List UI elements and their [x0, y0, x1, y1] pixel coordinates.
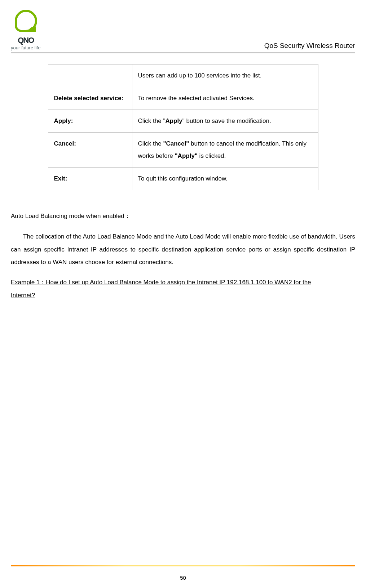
brand-logo: QNO your future life	[11, 10, 40, 50]
def-label: Cancel:	[48, 133, 132, 168]
text-span: " button to save the modification.	[182, 117, 271, 124]
def-desc: Click the "Cancel" button to cancel the …	[132, 133, 318, 168]
def-desc: To remove the selected activated Service…	[132, 87, 318, 110]
def-label: Exit:	[48, 168, 132, 190]
def-desc: Click the "Apply" button to save the mod…	[132, 110, 318, 133]
bold-span: Apply	[165, 117, 182, 124]
bold-span: "Cancel"	[163, 140, 189, 147]
def-desc: To quit this configuration window.	[132, 168, 318, 190]
footer-divider	[11, 565, 355, 566]
example-line: Internet?	[11, 292, 35, 299]
def-label	[48, 64, 132, 87]
table-row: Cancel: Click the "Cancel" button to can…	[48, 133, 318, 168]
table-row: Apply: Click the "Apply" button to save …	[48, 110, 318, 133]
definitions-table: Users can add up to 100 services into th…	[48, 64, 318, 190]
example-line: Example 1：How do I set up Auto Load Bala…	[11, 279, 311, 286]
brand-tagline: your future life	[11, 45, 40, 50]
page-container: QNO your future life QoS Security Wirele…	[0, 0, 366, 588]
page-header: QNO your future life QoS Security Wirele…	[11, 0, 355, 53]
logo-q-icon	[11, 10, 40, 35]
def-label: Apply:	[48, 110, 132, 133]
table-row: Exit: To quit this configuration window.	[48, 168, 318, 190]
example-heading: Example 1：How do I set up Auto Load Bala…	[11, 276, 355, 302]
body-paragraph: The collocation of the Auto Load Balance…	[11, 230, 355, 269]
text-span: Click the	[138, 140, 163, 147]
text-span: Click the "	[138, 117, 166, 124]
page-content: Users can add up to 100 services into th…	[11, 53, 355, 302]
page-number: 50	[0, 575, 366, 581]
text-span: is clicked.	[198, 152, 226, 159]
table-row: Users can add up to 100 services into th…	[48, 64, 318, 87]
brand-name: QNO	[18, 36, 34, 44]
def-label: Delete selected service:	[48, 87, 132, 110]
def-desc: Users can add up to 100 services into th…	[132, 64, 318, 87]
table-row: Delete selected service: To remove the s…	[48, 87, 318, 110]
section-heading: Auto Load Balancing mode when enabled：	[11, 212, 355, 220]
bold-span: "Apply"	[175, 152, 198, 159]
document-title: QoS Security Wireless Router	[264, 42, 355, 50]
